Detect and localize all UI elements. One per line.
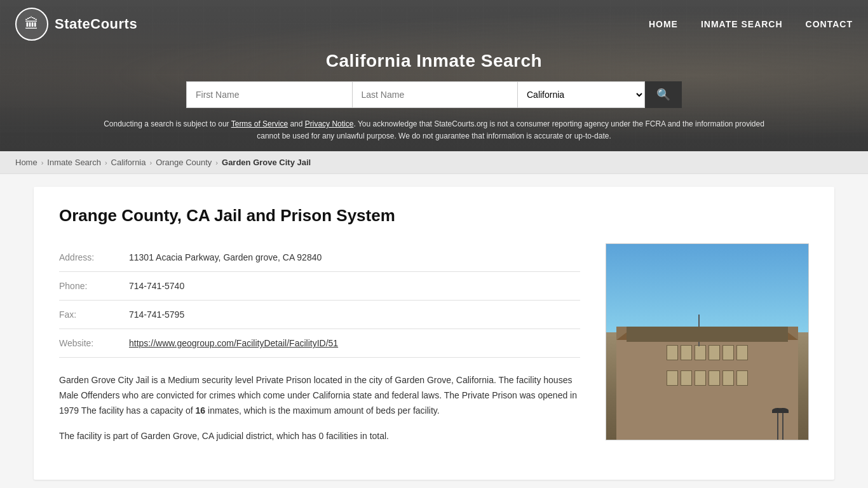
disclaimer-text: Conducting a search is subject to our Te… bbox=[85, 118, 783, 151]
breadcrumb-california[interactable]: California bbox=[111, 158, 146, 167]
facility-info: Address: 11301 Acacia Parkway, Garden gr… bbox=[59, 243, 809, 454]
website-link[interactable]: https://www.geogroup.com/FacilityDetail/… bbox=[129, 338, 338, 348]
phone-row: Phone: 714-741-5740 bbox=[59, 272, 580, 301]
main-content: Orange County, CA Jail and Prison System… bbox=[34, 187, 834, 479]
window-10 bbox=[709, 370, 720, 386]
hero-section: 🏛 StateCourts HOME INMATE SEARCH CONTACT… bbox=[0, 0, 868, 151]
breadcrumb-separator-4: › bbox=[215, 159, 218, 166]
breadcrumb-separator-3: › bbox=[150, 159, 153, 166]
state-select[interactable]: Select State AlabamaAlaskaArizona Arkans… bbox=[518, 81, 645, 108]
window-9 bbox=[695, 370, 706, 386]
window-8 bbox=[681, 370, 692, 386]
fax-row: Fax: 714-741-5795 bbox=[59, 301, 580, 329]
search-icon: 🔍 bbox=[656, 88, 670, 102]
street-lights bbox=[777, 408, 783, 440]
address-value: 11301 Acacia Parkway, Garden grove, CA 9… bbox=[129, 252, 322, 262]
phone-value: 714-741-5740 bbox=[129, 281, 184, 291]
site-name: StateCourts bbox=[55, 16, 137, 32]
search-bar: Select State AlabamaAlaskaArizona Arkans… bbox=[186, 81, 682, 108]
website-label: Website: bbox=[59, 338, 116, 348]
building-roof bbox=[616, 327, 798, 340]
capacity-value: 16 bbox=[196, 405, 206, 416]
fax-value: 714-741-5795 bbox=[129, 309, 184, 320]
light-top-2 bbox=[777, 408, 789, 413]
description-paragraph-2: The facility is part of Garden Grove, CA… bbox=[59, 429, 580, 444]
building-windows bbox=[616, 340, 798, 365]
address-row: Address: 11301 Acacia Parkway, Garden gr… bbox=[59, 243, 580, 272]
breadcrumb-current: Garden Grove City Jail bbox=[222, 158, 311, 167]
breadcrumb-home[interactable]: Home bbox=[15, 158, 37, 167]
window-12 bbox=[736, 370, 748, 386]
breadcrumb-separator-1: › bbox=[41, 159, 44, 166]
building-body bbox=[616, 340, 798, 440]
window-1 bbox=[667, 345, 678, 360]
window-11 bbox=[722, 370, 734, 386]
window-7 bbox=[667, 370, 678, 386]
logo-icon: 🏛 bbox=[15, 8, 48, 41]
first-name-input[interactable] bbox=[186, 81, 352, 108]
search-button[interactable]: 🔍 bbox=[645, 81, 682, 108]
window-2 bbox=[681, 345, 692, 360]
building-windows-row2 bbox=[616, 365, 798, 391]
facility-description: Garden Grove City Jail is a Medium secur… bbox=[59, 373, 580, 444]
phone-label: Phone: bbox=[59, 281, 116, 291]
breadcrumb-separator-2: › bbox=[105, 159, 107, 166]
terms-link[interactable]: Terms of Service bbox=[231, 119, 288, 128]
privacy-link[interactable]: Privacy Notice bbox=[305, 119, 354, 128]
description-paragraph-1: Garden Grove City Jail is a Medium secur… bbox=[59, 373, 580, 418]
facility-image bbox=[606, 243, 809, 440]
light-pole-2 bbox=[782, 408, 783, 440]
nav-home[interactable]: HOME bbox=[649, 19, 678, 29]
nav-inmate-search[interactable]: INMATE SEARCH bbox=[701, 19, 783, 29]
window-3 bbox=[695, 345, 706, 360]
logo[interactable]: 🏛 StateCourts bbox=[15, 8, 137, 41]
breadcrumb-orange-county[interactable]: Orange County bbox=[156, 158, 212, 167]
website-row: Website: https://www.geogroup.com/Facili… bbox=[59, 329, 580, 358]
antenna bbox=[698, 315, 700, 346]
window-6 bbox=[736, 345, 748, 360]
facility-title: Orange County, CA Jail and Prison System bbox=[59, 206, 809, 226]
top-navigation: 🏛 StateCourts HOME INMATE SEARCH CONTACT bbox=[0, 0, 868, 48]
fax-label: Fax: bbox=[59, 309, 116, 320]
breadcrumb-inmate-search[interactable]: Inmate Search bbox=[47, 158, 101, 167]
info-table: Address: 11301 Acacia Parkway, Garden gr… bbox=[59, 243, 580, 454]
sky-background bbox=[606, 244, 808, 332]
window-5 bbox=[722, 345, 734, 360]
nav-contact[interactable]: CONTACT bbox=[806, 19, 853, 29]
building bbox=[616, 327, 798, 440]
last-name-input[interactable] bbox=[352, 81, 519, 108]
window-4 bbox=[709, 345, 720, 360]
hero-title: California Inmate Search bbox=[326, 51, 542, 71]
breadcrumb: Home › Inmate Search › California › Oran… bbox=[0, 151, 868, 174]
nav-links: HOME INMATE SEARCH CONTACT bbox=[649, 19, 853, 29]
address-label: Address: bbox=[59, 252, 116, 262]
description-p1-end: inmates, which is the maximum amount of … bbox=[208, 405, 440, 416]
